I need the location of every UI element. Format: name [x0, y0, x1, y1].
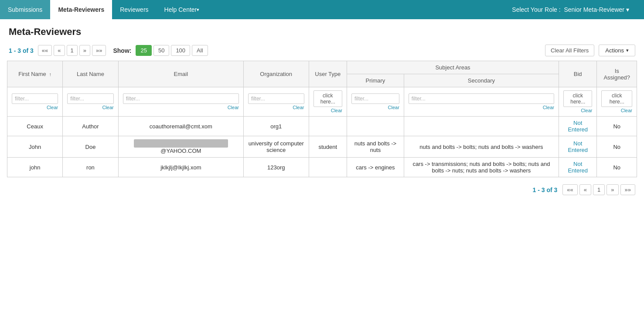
meta-reviewers-table: First Name ↑ Last Name Email Organizatio…	[7, 61, 637, 177]
filter-cell-last-name: Clear	[63, 87, 119, 117]
table-cell-bid[interactable]: Not Entered	[559, 158, 597, 177]
pag-page-button[interactable]: 1	[67, 45, 78, 56]
clear-email[interactable]: Clear	[123, 105, 239, 110]
table-cell-email: coauthoremail@cmt.xom	[118, 117, 243, 136]
pag-next-button[interactable]: »	[79, 45, 90, 56]
clear-primary[interactable]: Clear	[351, 105, 399, 110]
role-value[interactable]: Senior Meta-Reviewer	[564, 6, 625, 13]
table-row: johnronjklkjlj@lkjlkj.xom123orgcars -> e…	[7, 158, 637, 177]
table-cell-bid[interactable]: Not Entered	[559, 117, 597, 136]
table-cell	[347, 117, 404, 136]
col-header-is-assigned: Is Assigned?	[597, 61, 637, 87]
table-cell	[309, 158, 347, 177]
table-cell: cars -> transmissions; nuts and bolts ->…	[404, 158, 559, 177]
clear-bid[interactable]: Clear	[563, 108, 593, 113]
col-header-organization: Organization	[243, 61, 309, 87]
show-50-button[interactable]: 50	[153, 45, 169, 56]
filter-primary[interactable]	[351, 93, 399, 104]
filter-bid-button[interactable]: click here...	[563, 90, 593, 107]
table-cell: ron	[63, 158, 119, 177]
clear-all-filters-button[interactable]: Clear All Filters	[545, 45, 594, 56]
filter-is-assigned-button[interactable]: click here...	[601, 90, 632, 107]
table-cell: Author	[63, 117, 119, 136]
nav-meta-reviewers[interactable]: Meta-Reviewers	[50, 0, 112, 19]
filter-cell-organization: Clear	[243, 87, 309, 117]
table-cell-bid[interactable]: Not Entered	[559, 136, 597, 158]
pag-last-button[interactable]: »»	[92, 45, 106, 56]
show-all-button[interactable]: All	[192, 45, 208, 56]
table-cell: nuts and bolts -> nuts	[347, 136, 404, 158]
col-header-bid: Bid	[559, 61, 597, 87]
table-cell: No	[597, 136, 637, 158]
table-cell: Ceaux	[7, 117, 63, 136]
pag-prev-button[interactable]: «	[54, 45, 65, 56]
filter-secondary[interactable]	[409, 93, 554, 104]
bottom-pag-next[interactable]: »	[607, 184, 618, 195]
table-row: CeauxAuthorcoauthoremail@cmt.xomorg1Not …	[7, 117, 637, 136]
pag-first-button[interactable]: ««	[38, 45, 52, 56]
table-cell: nuts and bolts -> bolts; nuts and bolts …	[404, 136, 559, 158]
actions-button[interactable]: Actions	[599, 45, 635, 56]
clear-user-type[interactable]: Clear	[313, 108, 343, 113]
filter-email[interactable]	[123, 93, 239, 104]
table-cell: No	[597, 158, 637, 177]
table-row: JohnDoe████████████@YAHOO.COM@YAHOO.COMu…	[7, 136, 637, 158]
filter-cell-email: Clear	[118, 87, 243, 117]
show-label: Show:	[113, 47, 131, 54]
table-cell	[404, 117, 559, 136]
filter-first-name[interactable]	[12, 93, 58, 104]
filter-row: Clear Clear Clear Clear click here... Cl…	[7, 87, 637, 117]
table-cell: university of computer science	[243, 136, 309, 158]
table-cell-email: jklkjlj@lkjlkj.xom	[118, 158, 243, 177]
show-100-button[interactable]: 100	[171, 45, 190, 56]
filter-cell-primary: Clear	[347, 87, 404, 117]
clear-organization[interactable]: Clear	[248, 105, 304, 110]
bottom-pagination-info: 1 - 3 of 3	[533, 186, 558, 193]
table-cell: No	[597, 117, 637, 136]
clear-secondary[interactable]: Clear	[409, 105, 554, 110]
clear-last-name[interactable]: Clear	[67, 105, 114, 110]
clear-is-assigned[interactable]: Clear	[601, 108, 632, 113]
table-cell-email: ████████████@YAHOO.COM@YAHOO.COM	[118, 136, 243, 158]
nav-submissions[interactable]: Submissions	[0, 0, 50, 19]
pagination-info: 1 - 3 of 3	[9, 47, 34, 54]
filter-cell-first-name: Clear	[7, 87, 63, 117]
clear-first-name[interactable]: Clear	[12, 105, 58, 110]
page-title: Meta-Reviewers	[0, 19, 644, 42]
navbar: Submissions Meta-Reviewers Reviewers Hel…	[0, 0, 644, 19]
bottom-toolbar: 1 - 3 of 3 «« « 1 » »»	[0, 177, 644, 202]
table-cell: student	[309, 136, 347, 158]
bottom-pag-first[interactable]: ««	[562, 184, 577, 195]
show-25-button[interactable]: 25	[136, 45, 151, 56]
table-cell: 123org	[243, 158, 309, 177]
table-container: First Name ↑ Last Name Email Organizatio…	[0, 61, 644, 177]
filter-cell-user-type: click here... Clear	[309, 87, 347, 117]
filter-cell-secondary: Clear	[404, 87, 559, 117]
filter-user-type-button[interactable]: click here...	[313, 90, 343, 107]
bottom-pag-last[interactable]: »»	[620, 184, 635, 195]
filter-cell-is-assigned: click here... Clear	[597, 87, 637, 117]
role-label: Select Your Role :	[512, 6, 560, 13]
col-header-subject-areas: Subject Areas	[347, 61, 559, 74]
table-cell: cars -> engines	[347, 158, 404, 177]
col-header-first-name[interactable]: First Name ↑	[7, 61, 63, 87]
role-dropdown-icon[interactable]: ▾	[626, 6, 629, 13]
col-header-last-name: Last Name	[63, 61, 119, 87]
toolbar: 1 - 3 of 3 «« « 1 » »» Show: 25 50 100 A…	[0, 42, 644, 61]
bottom-pag-page[interactable]: 1	[593, 184, 605, 195]
nav-reviewers[interactable]: Reviewers	[112, 0, 156, 19]
sort-arrow-first-name: ↑	[49, 72, 51, 77]
col-header-primary: Primary	[347, 74, 404, 87]
table-cell	[309, 117, 347, 136]
nav-help-center[interactable]: Help Center	[157, 0, 208, 19]
bottom-pag-prev[interactable]: «	[579, 184, 591, 195]
table-cell: john	[7, 158, 63, 177]
filter-organization[interactable]	[248, 93, 304, 104]
table-cell: org1	[243, 117, 309, 136]
col-header-user-type: User Type	[309, 61, 347, 87]
table-cell: Doe	[63, 136, 119, 158]
role-selector: Select Your Role : Senior Meta-Reviewer …	[508, 0, 635, 19]
col-header-secondary: Secondary	[404, 74, 559, 87]
col-header-email: Email	[118, 61, 243, 87]
filter-last-name[interactable]	[67, 93, 114, 104]
